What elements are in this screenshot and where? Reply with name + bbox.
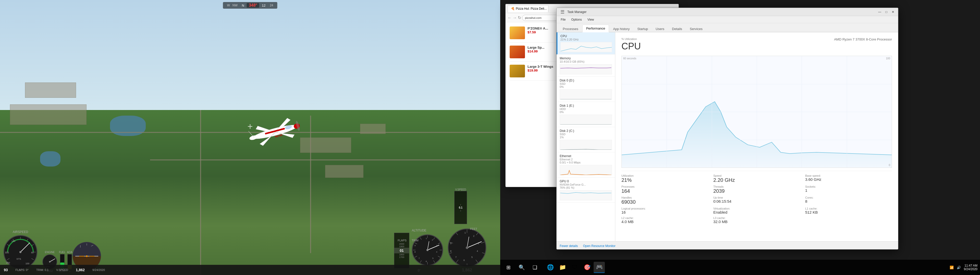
gpu-res-name: GPU 0 bbox=[560, 180, 612, 183]
taskbar-right: 📶 🔊 11:47 AM 9/24/2020 bbox=[950, 264, 977, 271]
stat-l2: L2 cache: 4.0 MB bbox=[621, 217, 708, 224]
taskbar-icon-security[interactable]: 🛡 bbox=[569, 262, 580, 273]
grid-v-3 bbox=[757, 56, 757, 168]
tm-tab-users[interactable]: Users bbox=[652, 25, 668, 32]
stat-l3: L3 cache: 32.0 MB bbox=[713, 217, 800, 224]
stat-utilization: Utilization 21% bbox=[621, 174, 708, 183]
stat-processes: Processes 164 bbox=[621, 185, 708, 194]
urban-block-4 bbox=[10, 104, 86, 125]
tm-tab-details[interactable]: Details bbox=[668, 25, 686, 32]
processes-value: 164 bbox=[621, 188, 708, 194]
tm-maximize-btn[interactable]: □ bbox=[883, 9, 889, 15]
l2-label: L2 cache: bbox=[621, 217, 708, 220]
disk1-mini-chart bbox=[560, 115, 612, 125]
tm-minimize-btn[interactable]: — bbox=[877, 9, 883, 15]
graph-util-100: 100 bbox=[886, 57, 890, 60]
l2-value: 4.0 MB bbox=[621, 220, 708, 224]
task-manager-window[interactable]: ☰ Task Manager — □ ✕ File Options View P… bbox=[556, 8, 898, 250]
tm-tab-services[interactable]: Services bbox=[686, 25, 706, 32]
virt-value: Enabled bbox=[713, 210, 800, 214]
terrain-background bbox=[0, 110, 500, 275]
open-resource-monitor-link[interactable]: Open Resource Monitor bbox=[583, 244, 615, 248]
tm-sidebar-cpu[interactable]: CPU 21% 2.20 GHz bbox=[557, 32, 615, 54]
tm-sidebar-disk0[interactable]: Disk 0 (D:) SSD0% bbox=[557, 77, 615, 102]
stat-uptime: Up time 0:06:15:54 bbox=[713, 196, 800, 205]
stat-virt: Virtualization: Enabled bbox=[713, 207, 800, 214]
graph-util-0: 0 bbox=[889, 164, 890, 166]
taskbar-search-icon: 🔍 bbox=[519, 264, 525, 270]
tm-tab-apphistory[interactable]: App history bbox=[609, 25, 633, 32]
cpu-title-section: % Utilization CPU bbox=[621, 38, 641, 52]
stat-handles: Handles 69030 bbox=[621, 196, 708, 205]
tm-menubar: File Options View bbox=[557, 16, 898, 23]
cpu-main-title: CPU bbox=[621, 41, 641, 52]
speed-value: 2.20 GHz bbox=[713, 177, 800, 183]
cpu-res-detail: 21% 2.20 GHz bbox=[560, 38, 612, 41]
disk0-res-name: Disk 0 (D:) bbox=[560, 79, 612, 82]
memory-res-detail: 10.4/16.0 GB (65%) bbox=[560, 60, 612, 63]
tm-cpu-panel: % Utilization CPU AMD Ryzen 7 3700X 8-Co… bbox=[615, 32, 898, 241]
stat-threads: Threads 2039 bbox=[713, 185, 800, 194]
tm-menu-view[interactable]: View bbox=[585, 17, 597, 22]
pizza-tab[interactable]: 🍕 Pizza Hut: Pizza Deli... bbox=[508, 5, 549, 12]
taskbar-clock[interactable]: 11:47 AM 9/24/2020 bbox=[964, 264, 977, 271]
tm-menu-options[interactable]: Options bbox=[569, 17, 584, 22]
base-speed-value: 3.60 GHz bbox=[805, 177, 892, 182]
handles-label: Handles bbox=[621, 196, 708, 199]
cpu-graph-container: 60 seconds 100 0 bbox=[621, 56, 892, 168]
cpu-mini-chart bbox=[560, 42, 612, 52]
tm-sidebar: CPU 21% 2.20 GHz Memory 10.4/16.0 GB (65… bbox=[557, 32, 615, 241]
sockets-label: Sockets: bbox=[805, 185, 892, 188]
tm-close-btn[interactable]: ✕ bbox=[890, 9, 896, 15]
refresh-btn[interactable]: ↻ bbox=[518, 15, 521, 20]
tm-sidebar-disk1[interactable]: Disk 1 (E:) HDD0% bbox=[557, 102, 615, 127]
tm-sidebar-memory[interactable]: Memory 10.4/16.0 GB (65%) bbox=[557, 54, 615, 77]
task-view-icon: ❑ bbox=[533, 264, 537, 270]
tm-tab-performance[interactable]: Performance bbox=[582, 25, 609, 32]
base-speed-label: Base speed: bbox=[805, 174, 892, 177]
back-btn[interactable]: ← bbox=[508, 16, 512, 20]
l1-value: 512 KB bbox=[805, 210, 892, 214]
taskbar-tray-network[interactable]: 📶 bbox=[950, 266, 954, 269]
search-button[interactable]: 🔍 bbox=[516, 262, 527, 273]
threads-label: Threads bbox=[713, 185, 800, 188]
taskbar-icon-edge[interactable]: 🌐 bbox=[545, 262, 556, 273]
graph-label-60s: 60 seconds bbox=[623, 57, 636, 60]
stat-speed: Speed 2.20 GHz bbox=[713, 174, 800, 183]
tm-menu-file[interactable]: File bbox=[558, 17, 568, 22]
tm-sidebar-gpu[interactable]: GPU 0 NVIDIA GeForce G...76% (81 %) bbox=[557, 177, 615, 203]
task-view-button[interactable]: ❑ bbox=[529, 262, 541, 273]
forward-btn[interactable]: → bbox=[513, 16, 517, 20]
cpu-res-name: CPU bbox=[560, 34, 612, 38]
disk2-res-name: Disk 2 (C:) bbox=[560, 129, 612, 133]
utilization-value: 21% bbox=[621, 177, 708, 183]
fewer-details-link[interactable]: Fewer details bbox=[560, 244, 578, 248]
taskbar-icon-game2[interactable]: 🎮 bbox=[593, 262, 605, 273]
gpu-mini-chart bbox=[560, 190, 612, 201]
tm-sidebar-disk2[interactable]: Disk 2 (C:) SSD1% bbox=[557, 127, 615, 152]
disk1-res-name: Disk 1 (E:) bbox=[560, 104, 612, 107]
road-horizontal bbox=[0, 132, 500, 133]
product-img-1 bbox=[510, 27, 525, 39]
taskbar-icon-game1[interactable]: 🎯 bbox=[581, 262, 593, 273]
urban-block-5 bbox=[25, 82, 76, 98]
cores-value: 8 bbox=[805, 199, 892, 204]
stat-l1: L1 cache: 512 KB bbox=[805, 207, 892, 214]
road-h-2 bbox=[150, 160, 500, 160]
grid-v-4 bbox=[802, 56, 802, 168]
tm-tab-startup[interactable]: Startup bbox=[634, 25, 652, 32]
tm-hamburger-btn[interactable]: ☰ bbox=[558, 8, 566, 16]
start-button[interactable]: ⊞ bbox=[503, 262, 514, 273]
cpu-panel-header: % Utilization CPU AMD Ryzen 7 3700X 8-Co… bbox=[621, 38, 892, 52]
pizza-tab-label: Pizza Hut: Pizza Deli... bbox=[516, 7, 547, 10]
gpu-res-detail: NVIDIA GeForce G...76% (81 %) bbox=[560, 183, 612, 189]
taskbar-tray-sound[interactable]: 🔊 bbox=[957, 266, 961, 269]
taskbar-icon-explorer[interactable]: 📁 bbox=[557, 262, 568, 273]
tm-tab-processes[interactable]: Processes bbox=[559, 25, 582, 32]
tm-sidebar-ethernet[interactable]: Ethernet Ethernet 20.0/1 ≈ 9.0 Mbps bbox=[557, 152, 615, 177]
urban-block bbox=[300, 138, 351, 153]
water-body-2 bbox=[40, 151, 60, 166]
product-img-3 bbox=[510, 65, 525, 77]
virt-label: Virtualization: bbox=[713, 207, 800, 210]
disk2-res-detail: SSD1% bbox=[560, 133, 612, 139]
